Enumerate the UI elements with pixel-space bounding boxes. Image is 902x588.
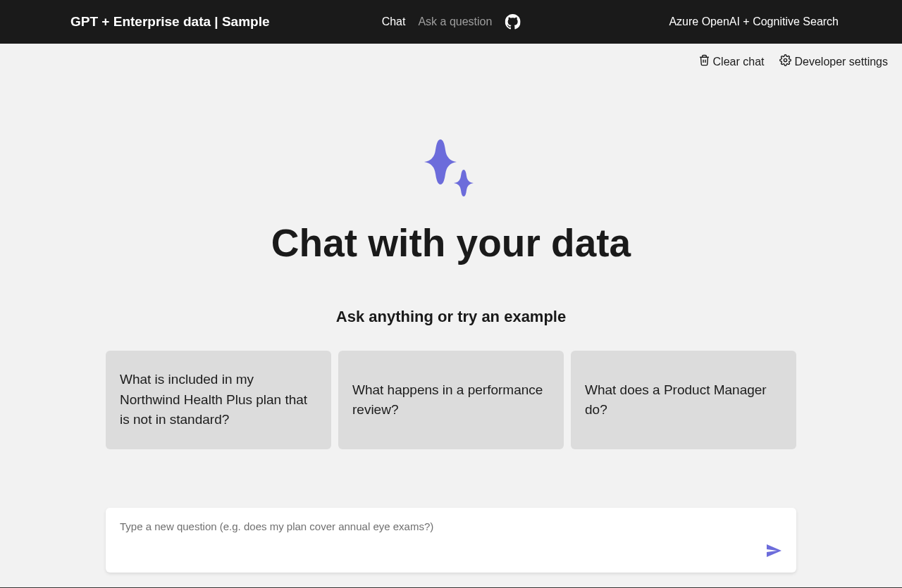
chat-input-container [106,508,796,573]
clear-chat-label: Clear chat [713,56,765,68]
toolbar: Clear chat Developer settings [0,44,902,80]
example-card-2[interactable]: What happens in a performance review? [338,351,564,449]
github-icon[interactable] [505,14,520,30]
nav-ask-question[interactable]: Ask a question [418,15,492,28]
chat-input[interactable] [120,520,765,532]
gear-icon [779,54,791,69]
app-header: GPT + Enterprise data | Sample Chat Ask … [0,0,902,44]
header-right-text: Azure OpenAI + Cognitive Search [669,15,839,28]
app-title: GPT + Enterprise data | Sample [70,14,270,30]
send-icon [765,542,782,561]
nav-chat[interactable]: Chat [382,15,406,28]
developer-settings-button[interactable]: Developer settings [779,54,888,69]
svg-point-0 [784,58,787,61]
example-card-1[interactable]: What is included in my Northwind Health … [106,351,331,449]
page-heading: Chat with your data [271,220,631,265]
send-button[interactable] [765,542,782,561]
clear-chat-button[interactable]: Clear chat [698,54,765,69]
sparkle-icon [416,136,486,199]
developer-settings-label: Developer settings [794,56,888,68]
main-content: Chat with your data Ask anything or try … [0,80,902,449]
header-nav: Chat Ask a question [382,14,521,30]
example-card-3[interactable]: What does a Product Manager do? [571,351,796,449]
trash-icon [698,54,710,69]
page-subheading: Ask anything or try an example [336,308,566,326]
example-cards: What is included in my Northwind Health … [106,351,796,449]
